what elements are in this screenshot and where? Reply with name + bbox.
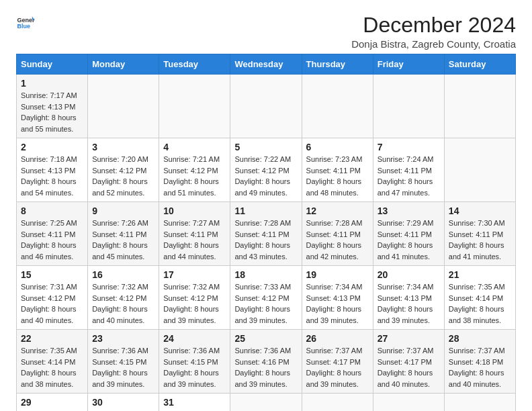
day-number: 29 [21,397,83,408]
day-number: 28 [449,333,511,344]
day-number: 11 [234,205,297,216]
day-number: 19 [306,269,369,280]
calendar-day-header: Sunday [17,54,88,75]
calendar-day-header: Saturday [444,54,515,75]
day-info: Sunrise: 7:28 AMSunset: 4:11 PMDaylight:… [306,219,363,261]
day-number: 22 [21,333,83,344]
calendar-header-row: SundayMondayTuesdayWednesdayThursdayFrid… [17,54,516,75]
calendar-day-cell: 18Sunrise: 7:33 AMSunset: 4:12 PMDayligh… [230,266,302,330]
calendar-day-header: Monday [88,54,159,75]
day-number: 26 [306,333,369,344]
day-info: Sunrise: 7:23 AMSunset: 4:11 PMDaylight:… [306,155,363,197]
calendar-day-cell: 4Sunrise: 7:21 AMSunset: 4:12 PMDaylight… [159,138,230,202]
calendar-day-cell: 17Sunrise: 7:32 AMSunset: 4:12 PMDayligh… [159,266,230,330]
calendar-day-cell: 29Sunrise: 7:37 AMSunset: 4:19 PMDayligh… [17,394,88,411]
day-number: 10 [163,205,226,216]
day-info: Sunrise: 7:21 AMSunset: 4:12 PMDaylight:… [163,155,220,197]
calendar-day-cell: 9Sunrise: 7:26 AMSunset: 4:11 PMDaylight… [88,202,159,266]
day-info: Sunrise: 7:37 AMSunset: 4:17 PMDaylight:… [306,347,363,388]
calendar-day-cell: 22Sunrise: 7:35 AMSunset: 4:14 PMDayligh… [17,330,88,394]
calendar-day-cell: 31Sunrise: 7:38 AMSunset: 4:20 PMDayligh… [159,394,230,411]
calendar-day-cell [444,138,515,202]
day-number: 8 [21,205,83,216]
day-number: 20 [378,269,440,280]
day-info: Sunrise: 7:36 AMSunset: 4:16 PMDaylight:… [234,347,291,388]
day-info: Sunrise: 7:35 AMSunset: 4:14 PMDaylight:… [21,347,77,388]
day-number: 31 [163,397,226,408]
day-number: 7 [378,142,440,152]
day-info: Sunrise: 7:34 AMSunset: 4:13 PMDaylight:… [378,283,434,324]
day-number: 21 [449,269,511,280]
calendar-day-cell [88,75,159,138]
calendar-day-cell [373,75,444,138]
calendar-day-cell: 6Sunrise: 7:23 AMSunset: 4:11 PMDaylight… [302,138,373,202]
calendar-day-cell: 1Sunrise: 7:17 AMSunset: 4:13 PMDaylight… [17,75,88,138]
calendar-body: 1Sunrise: 7:17 AMSunset: 4:13 PMDaylight… [17,75,516,411]
calendar-day-cell: 23Sunrise: 7:36 AMSunset: 4:15 PMDayligh… [88,330,159,394]
title-block: December 2024 Donja Bistra, Zagreb Count… [351,13,516,50]
day-number: 27 [378,333,440,344]
day-number: 6 [306,142,369,152]
calendar-day-header: Thursday [302,54,373,75]
main-title: December 2024 [351,13,516,37]
day-number: 2 [21,142,83,152]
day-number: 15 [21,269,83,280]
calendar-day-cell: 26Sunrise: 7:37 AMSunset: 4:17 PMDayligh… [302,330,373,394]
day-number: 17 [163,269,226,280]
calendar-week-row: 1Sunrise: 7:17 AMSunset: 4:13 PMDaylight… [17,75,516,138]
day-info: Sunrise: 7:24 AMSunset: 4:11 PMDaylight:… [378,155,434,197]
day-number: 9 [92,205,154,216]
day-info: Sunrise: 7:29 AMSunset: 4:11 PMDaylight:… [378,219,434,261]
calendar-week-row: 15Sunrise: 7:31 AMSunset: 4:12 PMDayligh… [17,266,516,330]
calendar-day-cell [159,75,230,138]
day-number: 4 [163,142,226,152]
calendar-day-cell [444,75,515,138]
calendar-day-cell [230,394,302,411]
calendar-day-cell [230,75,302,138]
day-number: 23 [92,333,154,344]
day-number: 18 [234,269,297,280]
day-info: Sunrise: 7:36 AMSunset: 4:15 PMDaylight:… [92,347,148,388]
calendar-day-cell: 16Sunrise: 7:32 AMSunset: 4:12 PMDayligh… [88,266,159,330]
day-number: 3 [92,142,154,152]
day-info: Sunrise: 7:36 AMSunset: 4:15 PMDaylight:… [163,347,220,388]
calendar-day-cell: 30Sunrise: 7:38 AMSunset: 4:20 PMDayligh… [88,394,159,411]
calendar-day-cell: 21Sunrise: 7:35 AMSunset: 4:14 PMDayligh… [444,266,515,330]
day-number: 14 [449,205,511,216]
day-info: Sunrise: 7:17 AMSunset: 4:13 PMDaylight:… [21,91,77,133]
day-number: 12 [306,205,369,216]
day-number: 24 [163,333,226,344]
day-info: Sunrise: 7:33 AMSunset: 4:12 PMDaylight:… [234,283,291,324]
calendar-day-cell: 28Sunrise: 7:37 AMSunset: 4:18 PMDayligh… [444,330,515,394]
logo: General Blue [16,13,35,32]
calendar-day-cell [302,75,373,138]
svg-text:Blue: Blue [17,23,30,30]
calendar-day-cell: 12Sunrise: 7:28 AMSunset: 4:11 PMDayligh… [302,202,373,266]
calendar-day-cell: 11Sunrise: 7:28 AMSunset: 4:11 PMDayligh… [230,202,302,266]
day-info: Sunrise: 7:28 AMSunset: 4:11 PMDaylight:… [234,219,291,261]
calendar-week-row: 8Sunrise: 7:25 AMSunset: 4:11 PMDaylight… [17,202,516,266]
day-info: Sunrise: 7:22 AMSunset: 4:12 PMDaylight:… [234,155,291,197]
calendar-week-row: 2Sunrise: 7:18 AMSunset: 4:13 PMDaylight… [17,138,516,202]
day-info: Sunrise: 7:35 AMSunset: 4:14 PMDaylight:… [449,283,505,324]
calendar-day-cell: 2Sunrise: 7:18 AMSunset: 4:13 PMDaylight… [17,138,88,202]
day-info: Sunrise: 7:25 AMSunset: 4:11 PMDaylight:… [21,219,77,261]
calendar-day-cell: 10Sunrise: 7:27 AMSunset: 4:11 PMDayligh… [159,202,230,266]
calendar-day-header: Wednesday [230,54,302,75]
day-info: Sunrise: 7:20 AMSunset: 4:12 PMDaylight:… [92,155,148,197]
logo-icon: General Blue [16,13,35,32]
calendar-day-cell: 14Sunrise: 7:30 AMSunset: 4:11 PMDayligh… [444,202,515,266]
calendar-day-cell: 20Sunrise: 7:34 AMSunset: 4:13 PMDayligh… [373,266,444,330]
calendar-day-cell: 24Sunrise: 7:36 AMSunset: 4:15 PMDayligh… [159,330,230,394]
day-info: Sunrise: 7:37 AMSunset: 4:18 PMDaylight:… [449,347,505,388]
day-info: Sunrise: 7:30 AMSunset: 4:11 PMDaylight:… [449,219,505,261]
calendar-day-cell: 25Sunrise: 7:36 AMSunset: 4:16 PMDayligh… [230,330,302,394]
calendar-day-cell: 27Sunrise: 7:37 AMSunset: 4:17 PMDayligh… [373,330,444,394]
calendar-day-cell: 8Sunrise: 7:25 AMSunset: 4:11 PMDaylight… [17,202,88,266]
calendar-week-row: 29Sunrise: 7:37 AMSunset: 4:19 PMDayligh… [17,394,516,411]
calendar-day-cell: 19Sunrise: 7:34 AMSunset: 4:13 PMDayligh… [302,266,373,330]
calendar-day-header: Tuesday [159,54,230,75]
day-info: Sunrise: 7:34 AMSunset: 4:13 PMDaylight:… [306,283,363,324]
day-number: 1 [21,78,83,89]
day-info: Sunrise: 7:32 AMSunset: 4:12 PMDaylight:… [92,283,148,324]
